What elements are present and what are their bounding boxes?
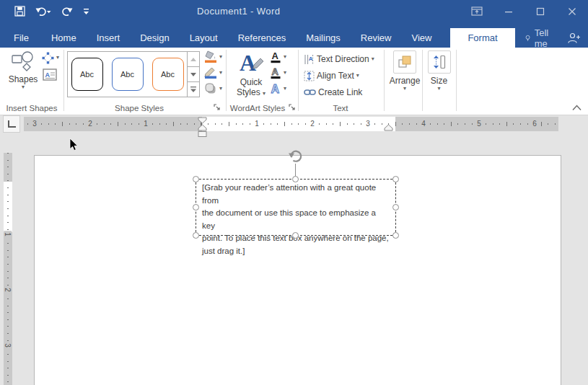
shape-outline-button[interactable]: ▾ (204, 66, 222, 80)
tab-design[interactable]: Design (130, 28, 179, 48)
align-text-dropdown-arrow: ▾ (356, 73, 359, 79)
tab-file[interactable]: File (1, 28, 41, 48)
customize-quick-access-button[interactable] (83, 0, 89, 22)
redo-button[interactable] (61, 0, 73, 22)
resize-handle-top-right[interactable] (392, 176, 399, 182)
ruler-number: 4 (418, 120, 429, 128)
resize-handle-bottom-left[interactable] (193, 232, 199, 239)
shape-style-option-1[interactable]: Abc (71, 58, 103, 91)
close-button[interactable] (556, 0, 588, 22)
vruler-number: 3 (4, 342, 12, 349)
tab-home[interactable]: Home (41, 28, 87, 48)
save-icon (14, 6, 25, 17)
ruler-number: 2 (85, 120, 95, 128)
tab-mailings[interactable]: Mailings (296, 28, 351, 48)
arrange-button[interactable]: Arrange ▾ (388, 50, 421, 92)
hanging-indent-marker[interactable] (198, 125, 206, 130)
tab-stop-selector[interactable] (3, 115, 20, 133)
gallery-more-icon (190, 87, 196, 92)
shape-style-option-3[interactable]: Abc (152, 58, 184, 91)
shape-fill-button[interactable]: ▾ (204, 50, 222, 64)
edit-shape-button[interactable]: ▾ (42, 50, 59, 65)
svg-text:A: A (272, 50, 279, 61)
text-direction-icon: A (304, 54, 315, 65)
tell-me-label: Tell me (535, 27, 552, 49)
quick-styles-button[interactable]: A Quick Styles ▾ (232, 49, 270, 97)
gallery-scroll-up-button[interactable] (188, 52, 199, 67)
arrange-label: Arrange (390, 76, 421, 86)
tab-layout[interactable]: Layout (180, 28, 228, 48)
shape-styles-gallery: Abc Abc Abc (67, 51, 200, 97)
text-box-content[interactable]: [Grab your reader’s attention with a gre… (202, 182, 391, 257)
tab-view[interactable]: View (401, 28, 442, 48)
ribbon-display-options-button[interactable] (461, 0, 493, 22)
edit-shape-dropdown-arrow: ▾ (56, 55, 59, 61)
ruler-number: 1 (252, 120, 262, 128)
resize-handle-middle-left[interactable] (193, 204, 199, 211)
first-line-indent-marker[interactable] (198, 118, 206, 123)
shape-outline-dropdown-arrow: ▾ (219, 70, 222, 76)
resize-handle-bottom-center[interactable] (292, 232, 299, 239)
shape-effects-button[interactable]: ▾ (204, 81, 222, 96)
vertical-ruler[interactable]: 1 2 3 (4, 153, 12, 385)
gallery-more-button[interactable] (188, 82, 199, 97)
close-icon (568, 7, 576, 16)
group-label-text: Text (333, 103, 348, 113)
tab-insert[interactable]: Insert (87, 28, 131, 48)
word-window: Document1 - Word File Home Insert Design… (0, 0, 588, 385)
resize-handle-top-left[interactable] (193, 176, 199, 182)
save-button[interactable] (14, 0, 25, 22)
align-text-icon (304, 71, 315, 81)
text-line: the document or use this space to emphas… (202, 207, 391, 232)
document-page[interactable]: [Grab your reader’s attention with a gre… (34, 155, 561, 385)
shape-styles-dialog-launcher[interactable] (214, 104, 222, 112)
maximize-button[interactable] (525, 0, 556, 22)
indent-markers[interactable] (198, 117, 207, 137)
rotation-handle-icon[interactable] (289, 149, 303, 164)
gallery-scroll-down-button[interactable] (188, 67, 199, 82)
collapse-ribbon-button[interactable] (571, 102, 582, 112)
align-text-button[interactable]: Align Text ▾ (304, 68, 359, 83)
undo-button[interactable] (35, 0, 51, 22)
tab-references[interactable]: References (228, 28, 296, 48)
create-link-button[interactable]: Create Link (304, 85, 362, 99)
text-outline-dropdown-arrow: ▾ (284, 70, 286, 76)
ribbon-format-tab-content: Shapes ▾ ▾ A Insert Shapes Abc Abc (0, 48, 588, 115)
gallery-scroll-column (187, 52, 199, 97)
selected-text-box[interactable]: [Grab your reader’s attention with a gre… (196, 179, 396, 236)
quick-styles-label-line2: Styles ▾ (237, 87, 266, 97)
quick-styles-icon: A (237, 49, 266, 75)
resize-handle-bottom-right[interactable] (392, 232, 399, 239)
text-direction-button[interactable]: A Text Direction ▾ (304, 52, 374, 66)
text-effects-button[interactable]: A ▾ (270, 81, 286, 96)
vruler-number: 2 (4, 286, 12, 293)
resize-handle-top-center[interactable] (292, 176, 299, 182)
text-fill-button[interactable]: A ▾ (270, 50, 286, 64)
shape-style-option-2[interactable]: Abc (112, 58, 144, 91)
tab-review[interactable]: Review (351, 28, 402, 48)
quick-access-toolbar (14, 0, 89, 22)
draw-text-box-button[interactable]: A (43, 67, 57, 81)
left-indent-marker[interactable] (198, 132, 206, 137)
text-effects-icon: A (270, 82, 281, 95)
collapse-ribbon-icon (572, 105, 582, 111)
right-indent-marker[interactable] (384, 124, 393, 131)
draw-text-box-icon: A (43, 68, 57, 81)
ruler-number: 6 (530, 120, 540, 128)
ribbon-display-options-icon (471, 6, 483, 16)
shapes-icon (12, 50, 35, 72)
tell-me-box[interactable]: Tell me (518, 28, 560, 48)
text-outline-button[interactable]: A ▾ (270, 66, 286, 80)
horizontal-ruler[interactable]: 3 2 1 1 2 3 4 5 6 (24, 117, 558, 131)
window-title: Document1 - Word (197, 0, 280, 22)
tab-format-active[interactable]: Format (450, 28, 514, 48)
size-dropdown-arrow: ▾ (437, 86, 440, 92)
sign-in-button[interactable] (559, 28, 588, 48)
wordart-styles-dialog-launcher[interactable] (289, 104, 297, 112)
text-fill-icon: A (270, 50, 281, 63)
resize-handle-middle-right[interactable] (392, 204, 399, 211)
shapes-button[interactable]: Shapes ▾ (4, 50, 42, 90)
size-button[interactable]: Size ▾ (427, 50, 451, 92)
minimize-button[interactable] (493, 0, 525, 22)
undo-icon (35, 6, 51, 17)
